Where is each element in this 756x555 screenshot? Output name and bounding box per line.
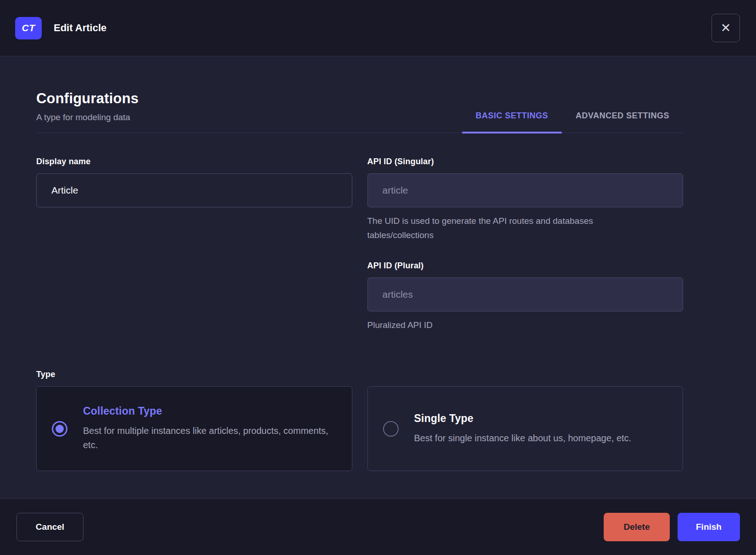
close-icon: ✕ <box>721 22 731 34</box>
api-id-plural-input[interactable] <box>367 278 684 311</box>
collection-type-text: Collection Type Best for multiple instan… <box>83 405 331 452</box>
type-section: Type Collection Type Best for multiple i… <box>36 370 683 471</box>
settings-tabs: BASIC SETTINGS ADVANCED SETTINGS <box>462 111 683 133</box>
content-type-badge-label: CT <box>22 22 35 33</box>
api-id-plural-label: API ID (Plural) <box>367 261 684 271</box>
footer-actions: Delete Finish <box>604 513 740 541</box>
type-option-single-type[interactable]: Single Type Best for single instance lik… <box>367 386 684 471</box>
single-type-text: Single Type Best for single instance lik… <box>414 412 632 445</box>
finish-button[interactable]: Finish <box>678 513 740 541</box>
tab-basic-settings[interactable]: BASIC SETTINGS <box>462 111 562 133</box>
type-options: Collection Type Best for multiple instan… <box>36 386 683 471</box>
cancel-button[interactable]: Cancel <box>17 513 83 541</box>
api-id-singular-label: API ID (Singular) <box>367 157 684 166</box>
configuration-form: Display name API ID (Singular) The UID i… <box>36 157 683 332</box>
api-id-singular-hint: The UID is used to generate the API rout… <box>367 214 661 242</box>
single-type-description: Best for single instance like about us, … <box>414 431 632 445</box>
api-id-plural-field-group: API ID (Plural) Pluralized API ID <box>367 261 684 332</box>
collection-type-description: Best for multiple instances like article… <box>83 424 331 452</box>
display-name-label: Display name <box>36 157 352 166</box>
tab-advanced-settings[interactable]: ADVANCED SETTINGS <box>562 111 683 133</box>
modal-body: Configurations A type for modeling data … <box>0 56 756 499</box>
collection-type-title: Collection Type <box>83 405 331 417</box>
page-title: Configurations <box>36 90 139 107</box>
modal-title: Edit Article <box>54 22 106 34</box>
close-button[interactable]: ✕ <box>712 14 740 42</box>
display-name-input[interactable] <box>36 173 352 207</box>
api-id-singular-input[interactable] <box>367 173 684 207</box>
radio-selected-icon[interactable] <box>52 421 67 437</box>
type-label: Type <box>36 370 683 379</box>
api-id-singular-field-group: API ID (Singular) The UID is used to gen… <box>367 157 684 242</box>
display-name-field-group: Display name <box>36 157 352 242</box>
section-head: Configurations A type for modeling data … <box>36 90 683 133</box>
single-type-title: Single Type <box>414 412 632 425</box>
section-head-text: Configurations A type for modeling data <box>36 90 139 133</box>
radio-unselected-icon[interactable] <box>383 421 399 437</box>
type-option-collection-type[interactable]: Collection Type Best for multiple instan… <box>36 386 352 471</box>
delete-button[interactable]: Delete <box>604 513 670 541</box>
page-subtitle: A type for modeling data <box>36 112 139 122</box>
modal-header: CT Edit Article ✕ <box>0 0 756 56</box>
api-id-plural-hint: Pluralized API ID <box>367 318 661 332</box>
modal-footer: Cancel Delete Finish <box>0 499 756 555</box>
content-type-badge: CT <box>15 17 42 39</box>
